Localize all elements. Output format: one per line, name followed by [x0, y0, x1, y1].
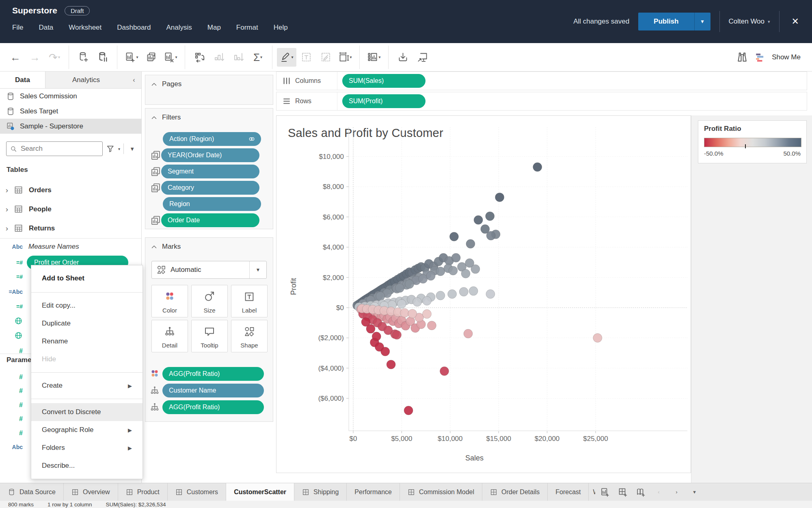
- chevron-up-icon[interactable]: [151, 81, 157, 87]
- mark[interactable]: [408, 309, 417, 318]
- menu-item-duplicate[interactable]: Duplicate: [31, 315, 143, 332]
- fit-button[interactable]: ▾: [335, 48, 355, 67]
- mark[interactable]: [449, 232, 458, 241]
- menu-dashboard[interactable]: Dashboard: [117, 24, 151, 32]
- mark[interactable]: [413, 297, 422, 306]
- data-source-2[interactable]: Sales Target: [0, 104, 141, 119]
- sheet-tab-product[interactable]: Product: [118, 483, 168, 501]
- pill-sum-profit[interactable]: SUM(Profit): [342, 94, 425, 108]
- undo-button[interactable]: ←: [6, 48, 25, 67]
- tab-analytics[interactable]: Analytics: [45, 72, 127, 88]
- highlight-button[interactable]: ▾: [277, 48, 296, 67]
- menu-item-create[interactable]: Create▶: [31, 377, 143, 395]
- user-menu[interactable]: Colten Woo ▾: [729, 17, 770, 26]
- legend-gradient[interactable]: [704, 138, 801, 147]
- next-tab-button[interactable]: ›: [667, 483, 685, 501]
- mark[interactable]: [466, 239, 475, 248]
- mark[interactable]: [459, 287, 468, 296]
- menu-item-describe[interactable]: Describe...: [31, 457, 143, 475]
- mark[interactable]: [486, 231, 495, 240]
- marks-button-shape[interactable]: Shape: [231, 320, 268, 352]
- chevron-right-icon[interactable]: ›: [0, 224, 14, 233]
- chevron-right-icon[interactable]: ›: [0, 205, 14, 214]
- data-source-3[interactable]: Sample - Superstore: [0, 119, 141, 134]
- mark[interactable]: [427, 321, 436, 330]
- sheet-tab-forecast[interactable]: Forecast: [548, 483, 589, 501]
- new-dashboard-button[interactable]: [614, 483, 632, 501]
- menu-analysis[interactable]: Analysis: [166, 24, 192, 32]
- mark[interactable]: [423, 296, 432, 305]
- publish-button[interactable]: Publish ▼: [638, 13, 710, 30]
- chevron-right-icon[interactable]: ›: [0, 186, 14, 195]
- marks-pill[interactable]: AGG(Profit Ratio): [162, 367, 264, 381]
- scatter-marks[interactable]: [353, 163, 602, 415]
- menu-item-add-to-sheet[interactable]: Add to Sheet: [31, 269, 143, 288]
- publish-dropdown[interactable]: ▼: [694, 13, 710, 30]
- new-data-source-button[interactable]: [73, 48, 93, 67]
- filter-pill[interactable]: Segment: [161, 165, 259, 178]
- filter-pill[interactable]: Order Date: [161, 213, 259, 227]
- mark[interactable]: [593, 333, 602, 342]
- view-options-caret[interactable]: ▼: [127, 146, 137, 152]
- fix-axes-button[interactable]: ▾: [364, 48, 384, 67]
- menu-help[interactable]: Help: [274, 24, 288, 32]
- show-me-button[interactable]: Show Me: [772, 53, 801, 61]
- table-item-people[interactable]: ›People: [0, 200, 141, 219]
- publish-label[interactable]: Publish: [638, 13, 694, 30]
- mark[interactable]: [486, 212, 495, 221]
- table-item-orders[interactable]: ›Orders: [0, 180, 141, 200]
- filter-pill[interactable]: Category: [161, 181, 259, 195]
- mark[interactable]: [423, 310, 432, 319]
- mark[interactable]: [405, 280, 414, 289]
- chevron-up-icon[interactable]: [151, 244, 157, 250]
- mark[interactable]: [404, 406, 413, 415]
- search-box[interactable]: [6, 141, 103, 156]
- new-worksheet-button[interactable]: ▾: [122, 48, 141, 67]
- mark[interactable]: [366, 324, 375, 333]
- swap-rows-columns-button[interactable]: [190, 48, 209, 67]
- new-worksheet-button[interactable]: [596, 483, 614, 501]
- mark[interactable]: [381, 347, 390, 356]
- mark[interactable]: [440, 367, 449, 376]
- scatter-plot[interactable]: $0$5,000$10,000$15,000$20,000$25,000$10,…: [276, 116, 691, 473]
- mark[interactable]: [436, 291, 445, 300]
- filter-pill[interactable]: Region: [163, 197, 261, 211]
- mark[interactable]: [395, 284, 404, 293]
- mark[interactable]: [397, 300, 406, 308]
- mark[interactable]: [451, 253, 460, 262]
- show-me-icon[interactable]: [755, 52, 765, 63]
- mark[interactable]: [376, 292, 385, 301]
- marks-button-color[interactable]: Color: [151, 285, 188, 317]
- mark[interactable]: [464, 329, 473, 338]
- mark[interactable]: [387, 360, 395, 369]
- tab-data[interactable]: Data: [0, 72, 45, 88]
- pill-sum-sales[interactable]: SUM(Sales): [342, 74, 425, 88]
- marks-button-detail[interactable]: Detail: [151, 320, 188, 352]
- presentation-mode-button[interactable]: [412, 48, 432, 67]
- search-input[interactable]: [21, 145, 99, 153]
- tab-list-button[interactable]: ▾: [685, 483, 703, 501]
- mark[interactable]: [486, 290, 495, 299]
- menu-item-folders[interactable]: Folders▶: [31, 439, 143, 457]
- filter-pill[interactable]: YEAR(Order Date): [161, 148, 259, 162]
- menu-worksheet[interactable]: Worksheet: [69, 24, 102, 32]
- menu-map[interactable]: Map: [207, 24, 221, 32]
- sheet-tab-customerscatter[interactable]: CustomerScatter: [226, 483, 294, 501]
- marks-button-tooltip[interactable]: Tooltip: [191, 320, 228, 352]
- sheet-tab-w[interactable]: W: [589, 483, 595, 501]
- totals-button[interactable]: Σ▾: [248, 48, 268, 67]
- menu-data[interactable]: Data: [39, 24, 53, 32]
- collapse-pane-button[interactable]: ‹: [127, 72, 141, 88]
- marks-pill[interactable]: AGG(Profit Ratio): [162, 400, 264, 414]
- mark[interactable]: [372, 332, 381, 341]
- menu-item-edit-copy[interactable]: Edit copy...: [31, 297, 143, 315]
- sheet-tab-commission-model[interactable]: Commission Model: [400, 483, 482, 501]
- filter-fields-icon[interactable]: [106, 144, 115, 153]
- menu-item-rename[interactable]: Rename: [31, 332, 143, 350]
- duplicate-sheet-button[interactable]: [141, 48, 161, 67]
- marks-button-label[interactable]: Label: [231, 285, 268, 317]
- view-data-icon[interactable]: [736, 51, 748, 63]
- menu-item-geographic-role[interactable]: Geographic Role▶: [31, 421, 143, 439]
- close-button[interactable]: ✕: [788, 15, 802, 28]
- clear-sheet-button[interactable]: ▾: [161, 48, 180, 67]
